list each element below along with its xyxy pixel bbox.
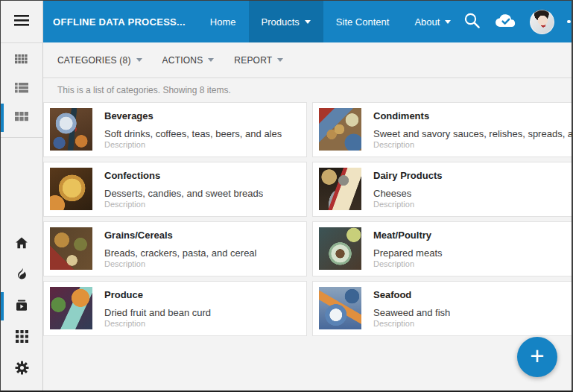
category-card-grains-cereals[interactable]: Grains/Cereals Breads, crackers, pasta, … — [43, 221, 307, 276]
card-text: Beverages Soft drinks, coffees, teas, be… — [104, 108, 282, 151]
main-area: OFFLINE DATA PROCESS... Home Products Si… — [43, 1, 572, 391]
category-thumbnail — [50, 168, 92, 210]
report-menu[interactable]: REPORT — [234, 55, 283, 66]
nav-label: Home — [210, 16, 236, 28]
categories-menu[interactable]: CATEGORIES (8) — [57, 55, 142, 66]
actions-menu-label: ACTIONS — [162, 55, 203, 66]
cloud-sync-button[interactable] — [493, 12, 517, 31]
command-toolbar: CATEGORIES (8) ACTIONS REPORT — [43, 42, 572, 78]
category-title: Confections — [104, 170, 263, 181]
view-list-button[interactable] — [1, 75, 42, 104]
nav-item-home[interactable]: Home — [197, 1, 249, 42]
video-library-icon — [15, 299, 28, 314]
category-description: Desserts, candies, and sweet breads — [104, 188, 263, 199]
settings-gear-icon — [15, 361, 29, 378]
search-icon — [463, 12, 481, 32]
avatar[interactable] — [530, 10, 554, 34]
app-window: OFFLINE DATA PROCESS... Home Products Si… — [0, 0, 573, 392]
status-message: This is a list of categories. Showing 8 … — [57, 85, 231, 95]
category-title: Seafood — [373, 289, 450, 300]
nav-item-about[interactable]: About — [402, 1, 463, 42]
add-category-button[interactable]: + — [517, 337, 557, 377]
more-icon — [567, 20, 571, 24]
search-button[interactable] — [463, 12, 481, 32]
category-grid: Beverages Soft drinks, coffees, teas, be… — [43, 102, 572, 336]
category-title: Condiments — [373, 110, 572, 121]
category-card-confections[interactable]: Confections Desserts, candies, and sweet… — [43, 162, 307, 217]
category-thumbnail — [319, 168, 361, 210]
description-field-label: Description — [373, 200, 442, 209]
category-thumbnail — [319, 287, 361, 329]
statusbar: This is a list of categories. Showing 8 … — [43, 78, 572, 102]
category-card-meat-poultry[interactable]: Meat/Poultry Prepared meats Description — [312, 221, 572, 276]
description-field-label: Description — [104, 140, 282, 149]
description-field-label: Description — [373, 319, 450, 328]
chevron-down-icon — [305, 20, 311, 24]
category-description: Prepared meats — [373, 247, 443, 259]
category-description: Soft drinks, coffees, teas, beers, and a… — [104, 128, 282, 139]
card-text: Dairy Products Cheeses Description — [373, 168, 442, 211]
grid-large-icon — [15, 111, 29, 124]
description-field-label: Description — [104, 259, 257, 268]
topbar-actions — [463, 1, 572, 42]
card-text: Confections Desserts, candies, and sweet… — [104, 168, 263, 211]
category-card-dairy-products[interactable]: Dairy Products Cheeses Description — [312, 162, 572, 217]
home-icon — [15, 236, 28, 252]
category-card-produce[interactable]: Produce Dried fruit and bean curd Descri… — [43, 281, 307, 336]
sidebar-item-settings[interactable] — [1, 353, 42, 385]
chevron-down-icon — [445, 20, 451, 24]
nav-item-site-content[interactable]: Site Content — [323, 1, 402, 42]
actions-menu[interactable]: ACTIONS — [162, 55, 215, 66]
sidebar-item-apps[interactable] — [1, 322, 42, 353]
nav-label: About — [414, 16, 440, 28]
cloud-sync-icon — [493, 12, 517, 31]
apps-grid-icon — [16, 330, 28, 346]
category-title: Produce — [104, 289, 211, 300]
sidebar-item-home[interactable] — [1, 228, 42, 259]
grid-small-icon — [15, 54, 29, 68]
description-field-label: Description — [104, 200, 263, 209]
category-thumbnail — [319, 227, 361, 270]
description-field-label: Description — [104, 319, 211, 328]
hamburger-menu-icon — [14, 15, 29, 29]
list-view-icon — [15, 83, 29, 96]
nav-item-products[interactable]: Products — [249, 1, 323, 42]
view-grid-large-button[interactable] — [1, 104, 42, 132]
report-menu-label: REPORT — [234, 55, 272, 66]
chevron-down-icon — [208, 58, 214, 62]
sidebar-item-video-library[interactable] — [1, 291, 42, 322]
category-thumbnail — [50, 227, 92, 270]
category-description: Breads, crackers, pasta, and cereal — [104, 247, 257, 259]
category-description: Cheeses — [373, 188, 442, 199]
more-button[interactable] — [567, 20, 572, 24]
card-text: Meat/Poultry Prepared meats Description — [373, 227, 443, 271]
card-text: Condiments Sweet and savory sauces, reli… — [373, 108, 572, 151]
sidebar-item-trending[interactable] — [1, 259, 42, 291]
category-title: Meat/Poultry — [373, 230, 443, 241]
category-thumbnail — [319, 108, 361, 151]
view-grid-small-button[interactable] — [1, 47, 42, 75]
card-text: Produce Dried fruit and bean curd Descri… — [104, 287, 211, 330]
categories-menu-label: CATEGORIES (8) — [57, 55, 131, 66]
card-text: Seafood Seaweed and fish Description — [373, 287, 450, 330]
category-card-seafood[interactable]: Seafood Seaweed and fish Description — [312, 281, 572, 336]
view-switcher — [1, 43, 42, 138]
cards-viewport: Beverages Soft drinks, coffees, teas, be… — [43, 102, 572, 391]
category-title: Dairy Products — [373, 170, 442, 181]
category-card-beverages[interactable]: Beverages Soft drinks, coffees, teas, be… — [43, 102, 307, 157]
chevron-down-icon — [277, 58, 283, 62]
sidebar-spacer — [1, 138, 42, 228]
category-description: Dried fruit and bean curd — [104, 307, 211, 318]
description-field-label: Description — [373, 140, 572, 149]
description-field-label: Description — [373, 259, 443, 268]
nav-label: Site Content — [336, 16, 390, 28]
nav-label: Products — [262, 16, 300, 28]
category-title: Grains/Cereals — [104, 230, 257, 241]
card-text: Grains/Cereals Breads, crackers, pasta, … — [104, 227, 257, 271]
sidebar-nav — [1, 228, 42, 391]
site-title[interactable]: OFFLINE DATA PROCESS... — [53, 16, 186, 28]
category-card-condiments[interactable]: Condiments Sweet and savory sauces, reli… — [312, 102, 572, 157]
hamburger-menu-button[interactable] — [1, 1, 42, 43]
category-description: Seaweed and fish — [373, 307, 450, 318]
category-title: Beverages — [104, 110, 282, 121]
